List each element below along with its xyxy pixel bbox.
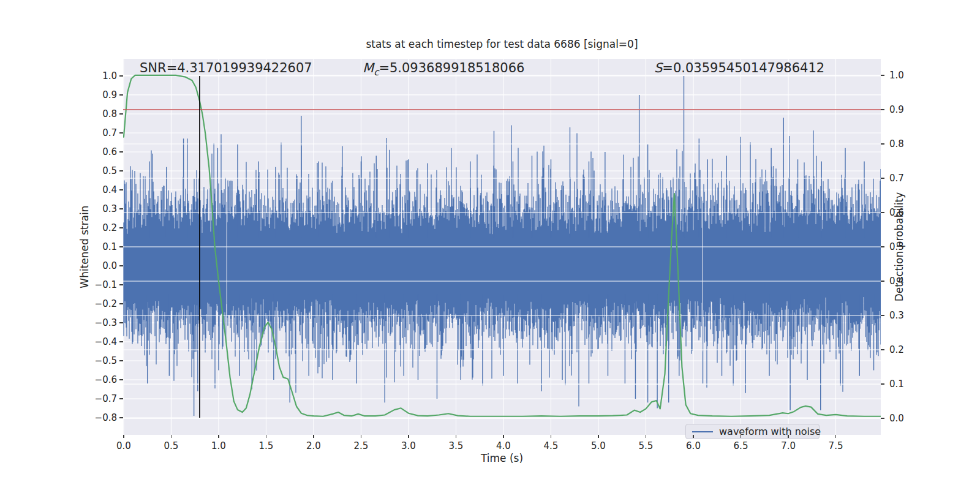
y-right-tick-mark — [881, 315, 884, 315]
y-left-tick-label: −0.2 — [85, 298, 117, 309]
x-tick-mark — [123, 435, 124, 438]
y-left-tick-mark — [119, 417, 123, 418]
x-tick-label: 1.5 — [259, 440, 274, 451]
y-left-tick-label: 0.1 — [85, 241, 117, 252]
y-left-tick-mark — [119, 322, 123, 323]
annotation-chirp-mass: Mc=5.093689918518066 — [363, 61, 524, 78]
y-right-tick-mark — [881, 143, 884, 144]
x-tick-label: 2.5 — [354, 440, 369, 451]
x-tick-label: 5.5 — [639, 440, 654, 451]
y-right-tick-mark — [881, 75, 884, 75]
y-left-tick-label: −0.8 — [85, 412, 117, 423]
x-tick-mark — [835, 435, 836, 438]
y-left-tick-label: −0.1 — [85, 279, 117, 290]
x-tick-label: 7.0 — [781, 440, 796, 451]
x-tick-mark — [741, 435, 741, 438]
y-right-tick-label: 0.6 — [889, 207, 904, 218]
y-left-tick-mark — [119, 75, 123, 76]
y-left-tick-label: 0.4 — [85, 184, 117, 195]
y-left-tick-mark — [119, 265, 123, 266]
y-right-tick-label: 0.8 — [889, 138, 904, 149]
annotation-score: S=0.03595450147986412 — [654, 61, 824, 75]
y-left-tick-label: −0.5 — [85, 355, 117, 366]
y-left-tick-label: −0.4 — [85, 336, 117, 347]
x-tick-label: 6.0 — [686, 440, 701, 451]
y-right-tick-label: 0.0 — [889, 413, 904, 424]
y-right-tick-mark — [881, 246, 884, 247]
x-tick-label: 6.5 — [734, 440, 748, 451]
y-left-tick-mark — [119, 151, 123, 152]
legend-label: waveform with noise — [719, 426, 821, 437]
y-right-tick-label: 0.9 — [889, 104, 904, 115]
x-tick-mark — [408, 435, 409, 438]
y-left-tick-mark — [119, 379, 123, 380]
x-tick-label: 4.0 — [496, 440, 511, 451]
y-left-tick-mark — [119, 132, 123, 133]
y-left-tick-label: 1.0 — [85, 70, 117, 81]
y-right-tick-label: 0.7 — [889, 173, 904, 184]
figure: { "figure": { "title": "stats at each ti… — [0, 0, 980, 490]
y-left-tick-label: 0.2 — [85, 222, 117, 233]
y-left-tick-mark — [119, 303, 123, 304]
chart-title: stats at each timestep for test data 668… — [123, 38, 881, 50]
y-left-tick-mark — [119, 284, 123, 285]
x-tick-label: 4.5 — [544, 440, 559, 451]
x-tick-label: 0.5 — [164, 440, 178, 451]
annotation-snr: SNR=4.317019939422607 — [140, 61, 312, 75]
y-left-tick-label: 0.0 — [85, 260, 117, 271]
y-right-tick-mark — [881, 212, 884, 213]
plot-area — [123, 59, 881, 435]
y-left-tick-label: 0.5 — [85, 165, 117, 176]
y-right-tick-label: 0.5 — [889, 241, 904, 252]
y-right-tick-label: 0.1 — [889, 379, 904, 390]
x-tick-label: 3.0 — [401, 440, 416, 451]
y-left-tick-mark — [119, 398, 123, 399]
y-left-tick-label: 0.8 — [85, 108, 117, 119]
y-right-tick-mark — [881, 281, 884, 281]
x-tick-mark — [788, 435, 788, 438]
x-tick-mark — [598, 435, 598, 438]
y-left-tick-label: 0.6 — [85, 146, 117, 157]
y-left-tick-label: 0.3 — [85, 203, 117, 214]
x-tick-mark — [218, 435, 219, 438]
x-axis-label: Time (s) — [123, 452, 881, 464]
y-right-tick-label: 0.2 — [889, 344, 904, 355]
y-left-tick-mark — [119, 341, 123, 342]
y-left-tick-mark — [119, 170, 123, 171]
x-tick-label: 0.0 — [116, 440, 131, 451]
legend: waveform with noise — [685, 424, 820, 439]
y-right-tick-mark — [881, 418, 884, 418]
y-right-tick-mark — [881, 349, 884, 350]
x-tick-mark — [551, 435, 551, 438]
x-tick-mark — [313, 435, 314, 438]
x-tick-mark — [503, 435, 503, 438]
plot-canvas — [123, 59, 881, 435]
y-left-tick-mark — [119, 113, 123, 114]
y-left-tick-label: 0.9 — [85, 89, 117, 100]
y-left-tick-label: −0.3 — [85, 317, 117, 328]
x-tick-mark — [693, 435, 693, 438]
y-left-tick-mark — [119, 208, 123, 209]
y-left-tick-mark — [119, 246, 123, 247]
y-left-tick-label: −0.7 — [85, 393, 117, 404]
x-tick-mark — [361, 435, 361, 438]
grid-lines-over — [123, 75, 881, 418]
x-tick-mark — [266, 435, 266, 438]
x-tick-label: 7.5 — [829, 440, 843, 451]
x-tick-label: 5.0 — [591, 440, 606, 451]
y-left-tick-mark — [119, 360, 123, 361]
y-left-tick-label: −0.6 — [85, 374, 117, 385]
x-tick-mark — [456, 435, 456, 438]
y-right-tick-label: 0.3 — [889, 310, 904, 321]
y-left-tick-label: 0.7 — [85, 127, 117, 138]
legend-line-sample — [692, 431, 713, 432]
x-tick-label: 3.5 — [449, 440, 464, 451]
y-right-tick-label: 0.4 — [889, 276, 904, 287]
y-left-tick-mark — [119, 94, 123, 95]
y-right-tick-mark — [881, 383, 884, 384]
y-left-tick-mark — [119, 189, 123, 190]
x-tick-label: 1.0 — [211, 440, 226, 451]
y-right-tick-label: 1.0 — [889, 70, 904, 81]
y-right-tick-mark — [881, 178, 884, 178]
x-tick-mark — [646, 435, 646, 438]
